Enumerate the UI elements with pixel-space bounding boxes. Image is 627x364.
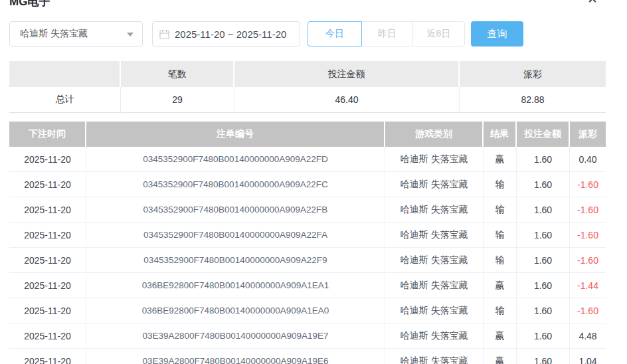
game-type-cell: 哈迪斯 失落宝藏 [385, 349, 484, 364]
game-type-cell: 哈迪斯 失落宝藏 [385, 298, 484, 323]
table-row: 2025-11-20 0345352900F7480B00140000000A9… [9, 172, 606, 197]
date-range-value: 2025-11-20 ~ 2025-11-20 [175, 29, 286, 40]
result-cell: 赢 [484, 349, 517, 364]
summary-header-payout: 派彩 [460, 61, 606, 87]
today-button[interactable]: 今日 [308, 21, 362, 46]
payout-cell: -1.60 [570, 172, 606, 197]
bet-time-cell: 2025-11-20 [9, 323, 86, 349]
quick-filter-group: 今日 昨日 近8日 [308, 21, 465, 46]
amount-cell: 1.60 [517, 197, 570, 223]
bet-time-cell: 2025-11-20 [9, 172, 86, 197]
result-cell: 输 [484, 248, 517, 273]
bet-time-cell: 2025-11-20 [9, 147, 86, 172]
result-cell: 输 [484, 197, 517, 223]
order-no-cell: 0345352900F7480B00140000000A909A22FD [86, 147, 385, 172]
order-no-cell: 0345352900F7480B00140000000A909A22F9 [86, 248, 385, 273]
amount-cell: 1.60 [517, 147, 570, 172]
page-title: MG电子 [9, 0, 50, 9]
summary-header-count: 笔数 [121, 61, 234, 87]
table-row: 2025-11-20 036BE92800F7480B00140000000A9… [9, 298, 606, 323]
result-cell: 赢 [484, 147, 517, 172]
query-button[interactable]: 查询 [471, 21, 523, 46]
payout-cell: 4.48 [570, 323, 606, 349]
payout-cell: -1.60 [570, 197, 606, 223]
col-header-game-type: 游戏类别 [385, 122, 484, 147]
bets-table: 下注时间 注单编号 游戏类别 结果 投注金额 派彩 2025-11-20 034… [9, 122, 606, 364]
col-header-payout: 派彩 [570, 122, 606, 147]
filter-bar: 哈迪斯 失落宝藏 2025-11-20 ~ 2025-11-20 今日 昨日 近… [9, 21, 523, 46]
payout-cell: 0.40 [570, 147, 606, 172]
summary-amount-value: 46.40 [234, 87, 460, 113]
summary-header-amount: 投注金额 [234, 61, 460, 87]
bet-time-cell: 2025-11-20 [9, 223, 86, 248]
table-row: 2025-11-20 0345352900F7480B00140000000A9… [9, 223, 606, 248]
order-no-cell: 0345352900F7480B00140000000A909A22FC [86, 172, 385, 197]
game-type-cell: 哈迪斯 失落宝藏 [385, 172, 484, 197]
game-records-dialog: MG电子 ✕ 哈迪斯 失落宝藏 2025-11-20 ~ 2025-11-20 … [0, 0, 627, 364]
summary-header-blank [9, 61, 121, 87]
summary-count-value: 29 [121, 87, 234, 113]
amount-cell: 1.60 [517, 172, 570, 197]
result-cell: 赢 [484, 273, 517, 298]
bet-time-cell: 2025-11-20 [9, 248, 86, 273]
bet-time-cell: 2025-11-20 [9, 197, 86, 223]
table-row: 2025-11-20 036BE92800F7480B00140000000A9… [9, 273, 606, 298]
game-select-value: 哈迪斯 失落宝藏 [20, 28, 88, 40]
game-type-cell: 哈迪斯 失落宝藏 [385, 147, 484, 172]
amount-cell: 1.60 [517, 298, 570, 323]
table-row: 2025-11-20 03E39A2800F7480B00140000000A9… [9, 349, 606, 364]
close-icon[interactable]: ✕ [587, 0, 598, 5]
order-no-cell: 0345352900F7480B00140000000A909A22FB [86, 197, 385, 223]
summary-row: 总计 29 46.40 82.88 [9, 87, 606, 113]
table-row: 2025-11-20 0345352900F7480B00140000000A9… [9, 248, 606, 273]
calendar-icon [159, 29, 169, 39]
last8days-button[interactable]: 近8日 [412, 21, 465, 46]
bet-time-cell: 2025-11-20 [9, 273, 86, 298]
payout-cell: -1.44 [570, 273, 606, 298]
col-header-order-no: 注单编号 [86, 122, 385, 147]
col-header-bet-time: 下注时间 [9, 122, 86, 147]
result-cell: 输 [484, 223, 517, 248]
payout-cell: -1.60 [570, 298, 606, 323]
game-type-cell: 哈迪斯 失落宝藏 [385, 248, 484, 273]
table-row: 2025-11-20 0345352900F7480B00140000000A9… [9, 197, 606, 223]
payout-cell: -1.60 [570, 248, 606, 273]
amount-cell: 1.60 [517, 273, 570, 298]
bet-time-cell: 2025-11-20 [9, 349, 86, 364]
payout-cell: -1.60 [570, 223, 606, 248]
amount-cell: 1.60 [517, 349, 570, 364]
col-header-amount: 投注金额 [517, 122, 570, 147]
summary-payout-value: 82.88 [460, 87, 606, 113]
result-cell: 输 [484, 172, 517, 197]
game-select[interactable]: 哈迪斯 失落宝藏 [9, 21, 143, 46]
table-row: 2025-11-20 03E39A2800F7480B00140000000A9… [9, 323, 606, 349]
summary-table: 笔数 投注金额 派彩 总计 29 46.40 82.88 [9, 61, 606, 113]
yesterday-button[interactable]: 昨日 [361, 21, 413, 46]
order-no-cell: 036BE92800F7480B00140000000A909A1EA1 [86, 273, 385, 298]
bet-time-cell: 2025-11-20 [9, 298, 86, 323]
order-no-cell: 0345352900F7480B00140000000A909A22FA [86, 223, 385, 248]
amount-cell: 1.60 [517, 323, 570, 349]
order-no-cell: 03E39A2800F7480B00140000000A909A19E6 [86, 349, 385, 364]
order-no-cell: 03E39A2800F7480B00140000000A909A19E7 [86, 323, 385, 349]
amount-cell: 1.60 [517, 248, 570, 273]
table-row: 2025-11-20 0345352900F7480B00140000000A9… [9, 147, 606, 172]
payout-cell: 1.04 [570, 349, 606, 364]
result-cell: 赢 [484, 323, 517, 349]
col-header-result: 结果 [484, 122, 517, 147]
game-type-cell: 哈迪斯 失落宝藏 [385, 223, 484, 248]
amount-cell: 1.60 [517, 223, 570, 248]
game-type-cell: 哈迪斯 失落宝藏 [385, 273, 484, 298]
result-cell: 输 [484, 298, 517, 323]
date-range-picker[interactable]: 2025-11-20 ~ 2025-11-20 [152, 21, 300, 46]
summary-total-label: 总计 [9, 87, 121, 113]
order-no-cell: 036BE92800F7480B00140000000A909A1EA0 [86, 298, 385, 323]
chevron-down-icon [127, 33, 134, 37]
game-type-cell: 哈迪斯 失落宝藏 [385, 323, 484, 349]
game-type-cell: 哈迪斯 失落宝藏 [385, 197, 484, 223]
